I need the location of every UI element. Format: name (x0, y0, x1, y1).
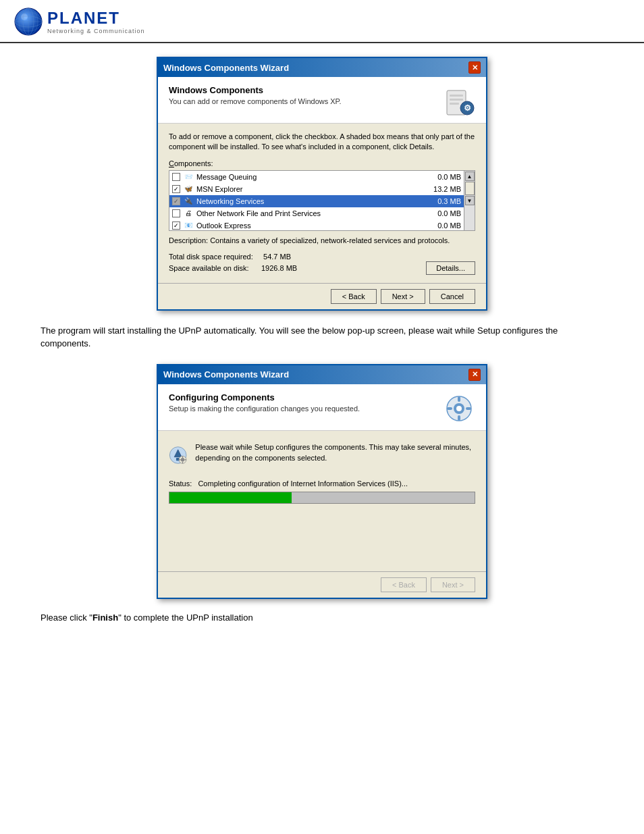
wizard1-next-button[interactable]: Next > (381, 289, 425, 304)
wizard2-dialog: Windows Components Wizard ✕ Configuring … (157, 364, 487, 599)
footer-prefix: Please click " (41, 613, 92, 623)
disk-available-label: Space available on disk: (169, 264, 249, 272)
footer-note: Please click "Finish" to complete the UP… (41, 613, 603, 623)
status-label: Status: (169, 479, 192, 488)
svg-rect-27 (182, 462, 183, 464)
progress-bar-container (169, 492, 475, 504)
svg-rect-11 (450, 103, 459, 105)
wizard1-close-button[interactable]: ✕ (468, 61, 481, 74)
logo: PLANET Networking & Communication (14, 7, 145, 36)
disk-available-value: 1926.8 MB (261, 264, 297, 272)
svg-rect-29 (184, 459, 186, 460)
wizard1-header: Windows Components You can add or remove… (158, 77, 486, 124)
component-icon-outlook: 📧 (183, 220, 194, 231)
logo-planet-label: PLANET (47, 9, 145, 28)
wizard1-components-label: Components: (169, 159, 475, 167)
svg-rect-9 (450, 95, 463, 97)
wizard2-header-title: Configuring Components (169, 392, 360, 402)
svg-point-20 (456, 406, 462, 411)
svg-rect-18 (447, 407, 452, 410)
disk-available-row: Space available on disk: 1926.8 MB (169, 263, 297, 275)
svg-rect-28 (179, 459, 181, 460)
wizard1-footer: < Back Next > Cancel (158, 283, 486, 309)
page-header: PLANET Networking & Communication (0, 0, 644, 43)
main-content: Windows Components Wizard ✕ Windows Comp… (0, 43, 644, 636)
component-size-msg: 0.0 MB (427, 173, 461, 181)
wizard1-cancel-button[interactable]: Cancel (429, 289, 475, 304)
wizard1-header-title: Windows Components (169, 85, 342, 95)
component-icon-other: 🖨 (183, 208, 194, 219)
list-item[interactable]: ✓ 🔌 Networking Services 0.3 MB (169, 195, 475, 207)
component-name-outlook: Outlook Express (196, 221, 427, 230)
wizard2-next-button: Next > (431, 577, 475, 592)
wizard1-inner: To add or remove a component, click the … (158, 124, 486, 283)
config-setup-icon (169, 442, 187, 469)
wizard2-back-button: < Back (381, 577, 427, 592)
wizard2-inner: Please wait while Setup configures the c… (158, 431, 486, 571)
list-item[interactable]: 🖨 Other Network File and Print Services … (169, 207, 475, 219)
footer-suffix: " to complete the UPnP installation (118, 613, 253, 623)
disk-required-value: 54.7 MB (263, 253, 291, 261)
wizard2-close-button[interactable]: ✕ (468, 369, 481, 381)
svg-rect-19 (466, 407, 471, 410)
footer-bold: Finish (92, 613, 118, 623)
component-icon-msn: 🦋 (183, 184, 194, 194)
disk-required-row: Total disk space required: 54.7 MB (169, 251, 297, 263)
component-name-msn: MSN Explorer (196, 185, 427, 193)
body-text: The program will start installing the UP… (41, 324, 603, 350)
component-checkbox-other[interactable] (172, 209, 180, 217)
wizard1-dialog: Windows Components Wizard ✕ Windows Comp… (157, 57, 487, 311)
logo-text: PLANET Networking & Communication (47, 9, 145, 34)
svg-text:⚙: ⚙ (464, 103, 471, 113)
wizard1-title: Windows Components Wizard (163, 63, 289, 73)
wizard2-titlebar: Windows Components Wizard ✕ (158, 365, 486, 384)
component-name-net: Networking Services (196, 197, 427, 205)
wizard2-body: Configuring Components Setup is making t… (158, 384, 486, 598)
config-notice-text: Please wait while Setup configures the c… (195, 442, 475, 464)
component-checkbox-outlook[interactable]: ✓ (172, 221, 180, 230)
component-size-net: 0.3 MB (427, 197, 461, 205)
component-icon-msg: 📨 (183, 172, 194, 182)
logo-subtitle-label: Networking & Communication (47, 28, 145, 34)
wizard1-header-subtitle: You can add or remove components of Wind… (169, 97, 342, 105)
wizard2-header-icon (443, 392, 475, 425)
wizard1-component-desc: Description: Contains a variety of speci… (169, 236, 475, 244)
status-line: Status: Completing configuration of Inte… (169, 479, 475, 488)
wizard1-back-button[interactable]: < Back (331, 289, 377, 304)
disk-required-label: Total disk space required: (169, 253, 253, 261)
wizard1-titlebar: Windows Components Wizard ✕ (158, 58, 486, 77)
wizard2-header-text: Configuring Components Setup is making t… (169, 392, 360, 413)
list-item[interactable]: 📨 Message Queuing 0.0 MB (169, 171, 475, 183)
components-list[interactable]: 📨 Message Queuing 0.0 MB ✓ 🦋 MSN Explore… (169, 170, 475, 231)
config-notice: Please wait while Setup configures the c… (169, 442, 475, 469)
component-size-other: 0.0 MB (427, 209, 461, 217)
svg-rect-17 (458, 415, 460, 421)
component-size-msn: 13.2 MB (427, 185, 461, 193)
wizard2-header-subtitle: Setup is making the configuration change… (169, 405, 360, 413)
list-item[interactable]: ✓ 📧 Outlook Express 0.0 MB (169, 219, 475, 231)
wizard2-footer: < Back Next > (158, 571, 486, 598)
wizard1-description: To add or remove a component, click the … (169, 132, 475, 153)
component-icon-net: 🔌 (183, 196, 194, 207)
component-name-other: Other Network File and Print Services (196, 209, 427, 217)
component-size-outlook: 0.0 MB (427, 221, 461, 230)
wizard1-body: Windows Components You can add or remove… (158, 77, 486, 309)
logo-globe-icon (14, 7, 43, 36)
wizard1-disk-space: Total disk space required: 54.7 MB Space… (169, 251, 475, 275)
details-button[interactable]: Details... (426, 261, 475, 275)
svg-point-7 (21, 14, 28, 20)
svg-rect-16 (458, 396, 460, 402)
wizard1-header-text: Windows Components You can add or remove… (169, 85, 342, 105)
wizard2-title: Windows Components Wizard (163, 369, 289, 380)
wizard1-header-icon: ⚙ (443, 85, 475, 118)
list-item[interactable]: ✓ 🦋 MSN Explorer 13.2 MB (169, 183, 475, 195)
wizard2-header: Configuring Components Setup is making t… (158, 384, 486, 431)
svg-rect-10 (450, 99, 463, 101)
component-checkbox-msg[interactable] (172, 173, 180, 181)
component-checkbox-net[interactable]: ✓ (172, 197, 180, 205)
component-name-msg: Message Queuing (196, 173, 427, 181)
component-checkbox-msn[interactable]: ✓ (172, 185, 180, 193)
disk-info: Total disk space required: 54.7 MB Space… (169, 251, 297, 275)
list-scrollbar[interactable]: ▲ ▼ (464, 171, 475, 230)
progress-bar-fill (169, 492, 292, 503)
